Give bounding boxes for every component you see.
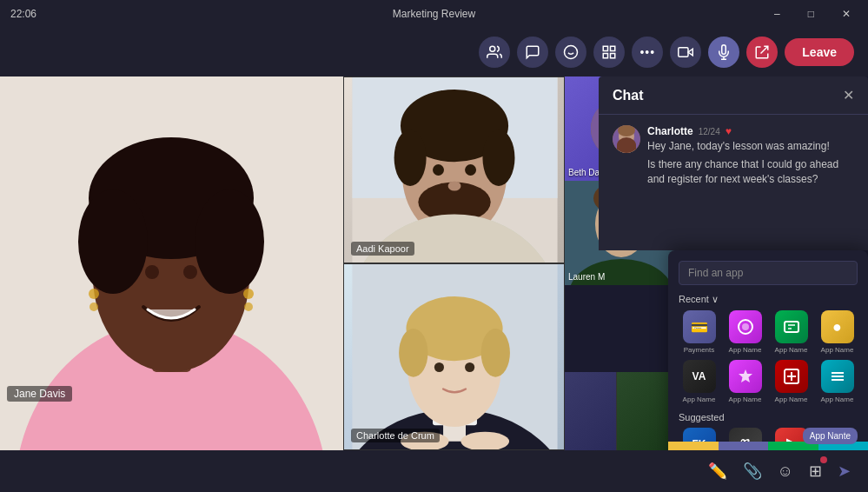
message-time: 12/24 xyxy=(699,127,720,136)
svg-point-36 xyxy=(448,181,461,190)
svg-point-17 xyxy=(78,189,148,294)
svg-point-34 xyxy=(433,164,444,176)
attachment-button[interactable]: 📎 xyxy=(739,458,765,484)
svg-point-46 xyxy=(434,362,444,372)
payments-icon: 💳 xyxy=(683,310,716,343)
app-recent-7[interactable]: App Name xyxy=(817,360,858,404)
app-payments[interactable]: 💳 Payments xyxy=(679,310,719,355)
breakout-button[interactable] xyxy=(593,37,625,68)
charlotte-message-content: Charlotte 12/24 ♥ Hey Jane, today's less… xyxy=(647,125,854,186)
app-recent-4[interactable]: VA App Name xyxy=(679,360,719,404)
maximize-button[interactable]: □ xyxy=(801,4,821,23)
app-recent-6[interactable]: App Name xyxy=(771,360,812,404)
message-text-1: Hey Jane, today's lesson was amazing! xyxy=(647,139,854,154)
camera-button[interactable] xyxy=(670,37,701,68)
app-recent-5-icon xyxy=(729,360,762,393)
send-button[interactable]: ➤ xyxy=(834,458,854,484)
app-nante-label: App Nante xyxy=(810,431,851,441)
chat-title: Chat xyxy=(613,88,644,103)
color-bar-yellow xyxy=(668,442,719,450)
chat-header: Chat ✕ xyxy=(599,76,868,115)
charlotte-video: Charlotte de Crum xyxy=(343,263,565,450)
recent-apps-grid: 💳 Payments App Name App Name xyxy=(679,310,858,403)
app-recent-1[interactable]: App Name xyxy=(725,310,765,355)
share-button[interactable] xyxy=(746,37,778,68)
side-videos: Aadi Kapoor xyxy=(343,76,565,450)
svg-marker-8 xyxy=(688,49,692,56)
apps-notification-dot xyxy=(820,456,827,463)
svg-point-45 xyxy=(481,329,510,377)
lauren-label: Lauren M xyxy=(568,272,605,282)
svg-point-0 xyxy=(490,46,495,51)
recent-section-label: Recent ∨ xyxy=(679,294,858,305)
app-recent-7-icon xyxy=(821,360,854,393)
svg-rect-5 xyxy=(611,46,615,50)
color-bar-purple xyxy=(719,442,769,450)
svg-point-31 xyxy=(394,130,427,186)
svg-point-23 xyxy=(243,289,254,299)
more-options-button[interactable]: ••• xyxy=(632,37,663,68)
aadi-video: Aadi Kapoor xyxy=(343,76,565,263)
charlotte-avatar xyxy=(613,125,640,153)
svg-point-24 xyxy=(244,303,253,311)
app-search-input[interactable] xyxy=(679,261,858,285)
svg-point-22 xyxy=(89,303,98,311)
charlotte-label: Charlotte de Crum xyxy=(351,429,440,442)
svg-rect-4 xyxy=(604,46,608,50)
emoji-button[interactable]: ☺ xyxy=(774,459,797,484)
pen-icon-button[interactable]: ✏️ xyxy=(705,458,731,484)
chat-message-item: Charlotte 12/24 ♥ Hey Jane, today's less… xyxy=(613,125,854,186)
svg-point-44 xyxy=(399,329,427,377)
app-notification-badge: App Nante xyxy=(803,428,858,444)
emoji-react-button[interactable] xyxy=(555,37,586,68)
svg-point-20 xyxy=(183,265,197,279)
time-display: 22:06 xyxy=(10,8,36,20)
chat-button[interactable] xyxy=(517,37,548,68)
bottom-preview xyxy=(565,372,668,450)
svg-point-32 xyxy=(482,130,514,186)
app-recent-2-icon xyxy=(775,310,808,343)
heart-reaction-icon: ♥ xyxy=(726,125,732,137)
chat-input-toolbar: ✏️ 📎 ☺ ⊞ ➤ xyxy=(0,450,868,492)
svg-point-18 xyxy=(195,189,264,294)
close-button[interactable]: ✕ xyxy=(835,4,858,23)
svg-point-35 xyxy=(465,164,476,176)
people-button[interactable] xyxy=(479,37,510,68)
apps-button[interactable]: ⊞ xyxy=(805,458,825,484)
svg-point-21 xyxy=(89,289,99,299)
app-recent-4-icon: VA xyxy=(683,360,716,393)
jane-davis-label: Jane Davis xyxy=(7,386,72,402)
app-recent-5[interactable]: App Name xyxy=(725,360,765,404)
svg-point-47 xyxy=(465,362,474,372)
message-text-2: Is there any chance that I could go ahea… xyxy=(647,157,854,187)
window-title: Marketing Review xyxy=(393,8,475,20)
leave-button[interactable]: Leave xyxy=(785,38,854,66)
chat-close-button[interactable]: ✕ xyxy=(843,87,854,103)
svg-rect-7 xyxy=(604,54,608,58)
suggested-section-label: Suggested xyxy=(679,412,858,422)
microphone-button[interactable] xyxy=(708,37,739,68)
app-recent-2[interactable]: App Name xyxy=(771,310,812,355)
svg-rect-9 xyxy=(679,48,688,57)
svg-point-19 xyxy=(145,265,159,279)
svg-point-63 xyxy=(742,323,749,330)
app-recent-3[interactable]: ● App Name xyxy=(817,310,858,355)
main-video-jane: Jane Davis xyxy=(0,76,343,450)
svg-rect-6 xyxy=(611,54,615,58)
chat-messages: Charlotte 12/24 ♥ Hey Jane, today's less… xyxy=(599,115,868,241)
app-recent-6-icon xyxy=(775,360,808,393)
message-author: Charlotte xyxy=(647,125,693,137)
title-bar: 22:06 Marketing Review – □ ✕ xyxy=(0,0,868,28)
video-area: Jane Davis xyxy=(0,76,565,450)
aadi-kapoor-label: Aadi Kapoor xyxy=(351,242,414,256)
minimize-button[interactable]: – xyxy=(767,4,787,23)
window-controls: – □ ✕ xyxy=(767,4,858,23)
svg-rect-64 xyxy=(785,322,798,332)
call-toolbar: ••• Leave xyxy=(0,28,868,76)
app-recent-3-icon: ● xyxy=(821,310,854,343)
svg-point-1 xyxy=(565,46,578,59)
app-recent-1-icon xyxy=(729,310,762,343)
chat-panel: Chat ✕ Charlotte 12/24 ♥ Hey Jane, today… xyxy=(599,76,868,250)
